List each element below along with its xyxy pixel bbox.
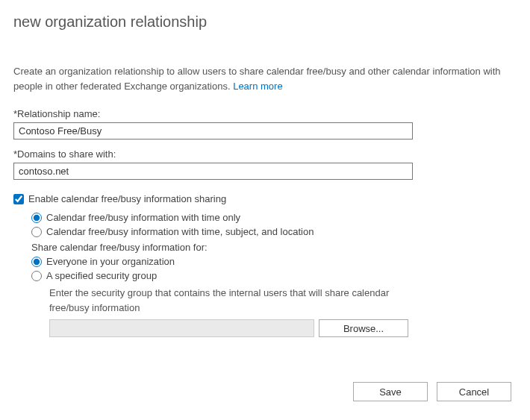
scope-group-radio[interactable] <box>31 271 42 281</box>
level-full-label: Calendar free/busy information with time… <box>46 226 314 237</box>
domains-input[interactable] <box>13 163 413 180</box>
browse-button[interactable]: Browse... <box>319 319 408 337</box>
cancel-button[interactable]: Cancel <box>437 382 511 401</box>
page-title: new organization relationship <box>13 13 517 31</box>
save-button[interactable]: Save <box>353 382 428 401</box>
scope-label: Share calendar free/busy information for… <box>31 242 517 253</box>
footer-actions: Save Cancel <box>353 382 511 401</box>
domains-label: *Domains to share with: <box>13 148 517 160</box>
level-time-only-label: Calendar free/busy information with time… <box>46 212 240 223</box>
enable-sharing-label: Enable calendar free/busy information sh… <box>28 193 226 204</box>
scope-everyone-label: Everyone in your organization <box>46 256 175 267</box>
scope-everyone-radio[interactable] <box>31 257 42 267</box>
relationship-name-label: *Relationship name: <box>13 108 517 119</box>
scope-group-label: A specified security group <box>46 270 157 281</box>
group-hint: Enter the security group that contains t… <box>49 286 423 315</box>
relationship-name-input[interactable] <box>13 122 413 140</box>
level-time-only-radio[interactable] <box>31 213 42 223</box>
learn-more-link[interactable]: Learn more <box>233 81 282 92</box>
level-full-radio[interactable] <box>31 227 42 237</box>
intro-text: Create an organization relationship to a… <box>13 64 517 93</box>
security-group-input <box>49 319 314 337</box>
enable-sharing-checkbox[interactable] <box>13 194 24 204</box>
